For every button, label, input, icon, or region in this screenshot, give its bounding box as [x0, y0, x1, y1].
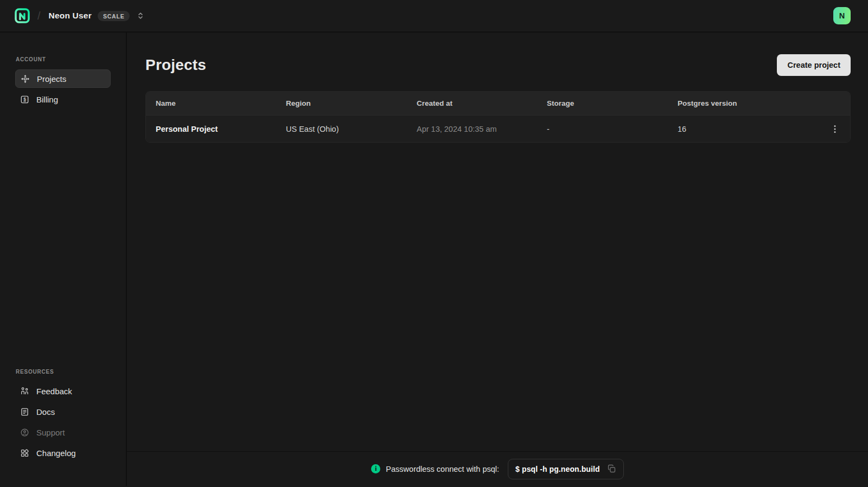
- sidebar-item-projects[interactable]: Projects: [15, 69, 111, 88]
- title-row: Projects Create project: [145, 54, 851, 76]
- docs-icon: [20, 407, 29, 416]
- sidebar: ACCOUNT Projects $ B: [0, 33, 127, 486]
- feedback-icon: [20, 387, 29, 396]
- sidebar-item-docs[interactable]: Docs: [15, 402, 111, 421]
- sidebar-item-label: Billing: [36, 95, 58, 104]
- row-actions-button[interactable]: [827, 121, 843, 137]
- app-layout: ACCOUNT Projects $ B: [0, 33, 868, 486]
- column-header-postgres-version: Postgres version: [678, 99, 820, 107]
- project-name-cell[interactable]: Personal Project: [156, 125, 286, 133]
- psql-command-box[interactable]: $ psql -h pg.neon.build: [508, 459, 624, 479]
- copy-icon[interactable]: [607, 464, 616, 473]
- kebab-menu-icon: [834, 125, 836, 133]
- support-icon: [20, 428, 29, 437]
- sidebar-section-account-label: ACCOUNT: [16, 56, 111, 62]
- svg-text:$: $: [23, 97, 26, 102]
- breadcrumb-separator: /: [37, 10, 41, 22]
- main-area: Projects Create project Name Region Crea…: [127, 33, 868, 486]
- column-header-storage: Storage: [547, 99, 678, 107]
- info-icon: i: [371, 464, 380, 473]
- sidebar-section-resources-label: RESOURCES: [16, 369, 111, 375]
- sidebar-item-changelog[interactable]: Changelog: [15, 444, 111, 462]
- footer-message: Passwordless connect with psql:: [386, 465, 499, 473]
- org-switcher-button[interactable]: [137, 12, 144, 20]
- sidebar-item-label: Docs: [36, 407, 55, 416]
- table-row[interactable]: Personal Project US East (Ohio) Apr 13, …: [146, 115, 850, 142]
- column-header-name: Name: [156, 99, 286, 107]
- main-content: Projects Create project Name Region Crea…: [127, 33, 868, 451]
- column-header-region: Region: [286, 99, 417, 107]
- project-postgres-version-cell: 16: [678, 125, 820, 133]
- create-project-button[interactable]: Create project: [777, 54, 851, 76]
- org-name[interactable]: Neon User: [49, 11, 92, 21]
- sidebar-resources-section: RESOURCES Feedback: [15, 369, 111, 464]
- changelog-icon: [20, 448, 29, 458]
- user-avatar[interactable]: N: [833, 7, 851, 24]
- neon-logo-icon[interactable]: [14, 8, 30, 24]
- projects-icon: [21, 74, 30, 84]
- plan-badge: SCALE: [98, 11, 130, 21]
- sidebar-item-label: Projects: [37, 74, 66, 84]
- sidebar-item-label: Support: [36, 428, 65, 437]
- sidebar-item-label: Feedback: [36, 387, 72, 396]
- table-header-row: Name Region Created at Storage Postgres …: [146, 92, 850, 115]
- footer-connect-bar: i Passwordless connect with psql: $ psql…: [127, 451, 868, 486]
- psql-command-text: $ psql -h pg.neon.build: [515, 465, 600, 473]
- sidebar-item-feedback[interactable]: Feedback: [15, 382, 111, 400]
- sidebar-item-label: Changelog: [36, 448, 76, 458]
- chevron-updown-icon: [137, 12, 144, 20]
- billing-icon: $: [20, 95, 29, 104]
- projects-table: Name Region Created at Storage Postgres …: [145, 91, 851, 143]
- project-storage-cell: -: [547, 125, 678, 133]
- column-header-created-at: Created at: [417, 99, 547, 107]
- project-region-cell: US East (Ohio): [286, 125, 417, 133]
- page-title: Projects: [145, 56, 206, 74]
- topbar: / Neon User SCALE N: [0, 0, 868, 33]
- sidebar-item-billing[interactable]: $ Billing: [15, 90, 111, 108]
- sidebar-item-support[interactable]: Support: [15, 423, 111, 441]
- project-created-at-cell: Apr 13, 2024 10:35 am: [417, 125, 547, 133]
